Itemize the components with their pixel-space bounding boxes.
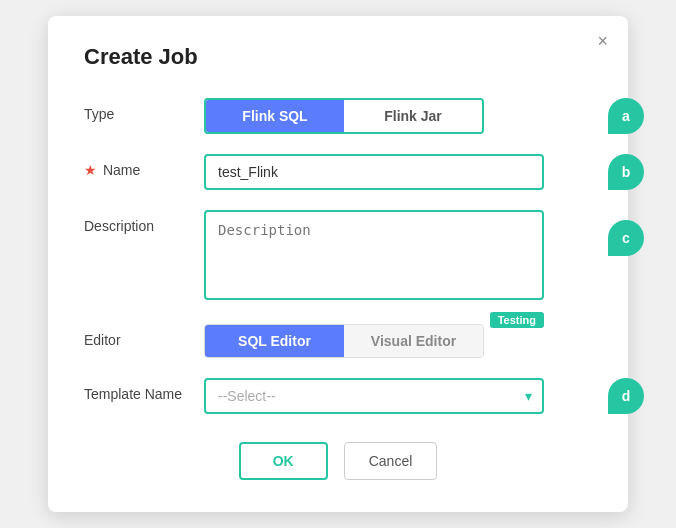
type-label: Type: [84, 98, 204, 122]
close-button[interactable]: ×: [597, 32, 608, 50]
visual-editor-button[interactable]: Visual Editor: [344, 325, 483, 357]
description-input-wrapper: [204, 210, 592, 304]
type-toggle-group: Flink SQL Flink Jar: [204, 98, 484, 134]
badge-a: a: [608, 98, 644, 134]
template-select-outer: --Select-- ▾: [204, 378, 544, 414]
description-row: Description c: [84, 210, 592, 304]
dialog-actions: OK Cancel: [84, 442, 592, 480]
name-row: ★ Name b: [84, 154, 592, 190]
description-textarea[interactable]: [204, 210, 544, 300]
name-label: ★ Name: [84, 154, 204, 178]
template-row: Template Name --Select-- ▾ d: [84, 378, 592, 414]
testing-badge: Testing: [490, 312, 544, 328]
name-input[interactable]: [204, 154, 544, 190]
template-select-wrapper: --Select-- ▾: [204, 378, 592, 414]
flink-sql-button[interactable]: Flink SQL: [206, 100, 344, 132]
name-input-wrapper: [204, 154, 592, 190]
required-star: ★: [84, 162, 97, 178]
description-label: Description: [84, 210, 204, 234]
type-toggle-wrapper: Flink SQL Flink Jar: [204, 98, 592, 134]
flink-jar-button[interactable]: Flink Jar: [344, 100, 482, 132]
badge-c: c: [608, 220, 644, 256]
editor-toggle-group: SQL Editor Visual Editor: [204, 324, 484, 358]
editor-toggle-wrapper: Testing SQL Editor Visual Editor: [204, 324, 592, 358]
dialog-title: Create Job: [84, 44, 592, 70]
ok-button[interactable]: OK: [239, 442, 328, 480]
editor-label: Editor: [84, 324, 204, 348]
sql-editor-button[interactable]: SQL Editor: [205, 325, 344, 357]
template-select[interactable]: --Select--: [204, 378, 544, 414]
type-row: Type Flink SQL Flink Jar a: [84, 98, 592, 134]
create-job-dialog: × Create Job Type Flink SQL Flink Jar a …: [48, 16, 628, 512]
cancel-button[interactable]: Cancel: [344, 442, 438, 480]
editor-toggle-outer: Testing SQL Editor Visual Editor: [204, 324, 544, 358]
badge-b: b: [608, 154, 644, 190]
badge-d: d: [608, 378, 644, 414]
template-label: Template Name: [84, 378, 204, 402]
editor-row: Editor Testing SQL Editor Visual Editor: [84, 324, 592, 358]
